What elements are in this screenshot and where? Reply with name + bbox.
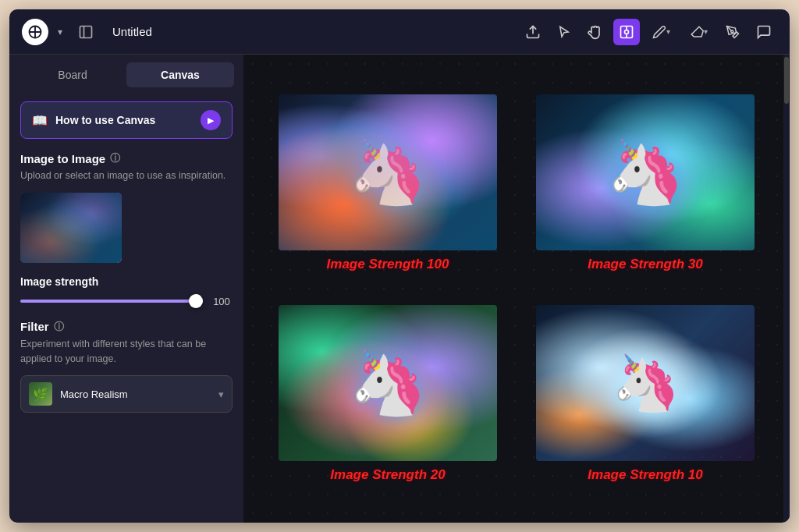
slider-row: 100 bbox=[20, 296, 233, 307]
toolbar: ▾ ▾ bbox=[520, 19, 777, 45]
filter-thumbnail: 🌿 bbox=[29, 382, 52, 406]
image-to-image-section: Image to Image ⓘ Upload or select an ima… bbox=[9, 151, 243, 275]
export-button[interactable] bbox=[520, 19, 546, 45]
canvas-image-100[interactable]: 🦄 bbox=[279, 94, 497, 250]
panel-toggle[interactable] bbox=[75, 21, 97, 43]
canvas-cell-30: 🦄 Image Strength 30 bbox=[517, 78, 774, 289]
filter-title: Filter ⓘ bbox=[20, 320, 233, 334]
app-window: ▾ Untitled bbox=[9, 9, 790, 523]
canvas-image-20[interactable]: 🦄 bbox=[279, 305, 497, 461]
play-button[interactable]: ▶ bbox=[201, 110, 221, 130]
svg-point-10 bbox=[731, 30, 733, 32]
image-strength-label: Image strength bbox=[20, 275, 233, 288]
canvas-area[interactable]: 🦄 Image Strength 100 🦄 Image Strength 30… bbox=[243, 55, 790, 523]
select-button[interactable] bbox=[551, 19, 577, 45]
app-logo[interactable] bbox=[22, 19, 48, 45]
pen-button[interactable] bbox=[719, 19, 746, 45]
tab-board[interactable]: Board bbox=[19, 62, 126, 87]
scrollbar-thumb[interactable] bbox=[784, 57, 789, 104]
canvas-image-10[interactable]: 🦄 bbox=[536, 305, 755, 461]
filter-section: Filter ⓘ Experiment with different style… bbox=[9, 320, 243, 426]
image-thumbnail[interactable]: 🦄 bbox=[20, 193, 122, 263]
filter-current-value: Macro Realism bbox=[60, 388, 211, 400]
label-strength-20: Image Strength 20 bbox=[330, 467, 445, 483]
slider-value-display: 100 bbox=[211, 296, 233, 307]
unicorn-10-overlay: 🦄 bbox=[536, 305, 755, 461]
canvas-button[interactable] bbox=[613, 19, 640, 45]
topbar: ▾ Untitled bbox=[9, 9, 790, 55]
pencil-button[interactable]: ▾ bbox=[645, 19, 677, 45]
svg-point-7 bbox=[625, 30, 629, 34]
main-area: Board Canvas 📖 How to use Canvas ▶ Image… bbox=[9, 55, 790, 523]
how-to-use-canvas-button[interactable]: 📖 How to use Canvas ▶ bbox=[20, 101, 233, 139]
comment-button[interactable] bbox=[751, 19, 777, 45]
eraser-button[interactable]: ▾ bbox=[682, 19, 715, 45]
image-to-image-title: Image to Image ⓘ bbox=[20, 151, 233, 165]
help-label: How to use Canvas bbox=[55, 114, 193, 126]
canvas-scrollbar[interactable] bbox=[783, 55, 790, 523]
label-strength-10: Image Strength 10 bbox=[588, 467, 702, 483]
canvas-grid: 🦄 Image Strength 100 🦄 Image Strength 30… bbox=[243, 55, 790, 523]
filter-info-icon[interactable]: ⓘ bbox=[54, 320, 64, 334]
hand-button[interactable] bbox=[582, 19, 609, 45]
canvas-cell-20: 🦄 Image Strength 20 bbox=[259, 289, 517, 499]
image-strength-section: Image strength 100 bbox=[9, 275, 243, 320]
unicorn-100-overlay: 🦄 bbox=[279, 94, 497, 250]
unicorn-20-overlay: 🦄 bbox=[279, 305, 497, 461]
sidebar: Board Canvas 📖 How to use Canvas ▶ Image… bbox=[9, 55, 243, 523]
label-strength-30: Image Strength 30 bbox=[588, 257, 702, 272]
logo-chevron[interactable]: ▾ bbox=[58, 27, 62, 37]
canvas-cell-10: 🦄 Image Strength 10 bbox=[517, 289, 774, 499]
unicorn-30-overlay: 🦄 bbox=[536, 94, 755, 250]
filter-dropdown[interactable]: 🌿 Macro Realism ▾ bbox=[20, 375, 233, 413]
canvas-image-30[interactable]: 🦄 bbox=[536, 94, 755, 250]
image-to-image-desc: Upload or select an image to use as insp… bbox=[20, 168, 233, 183]
book-icon: 📖 bbox=[32, 113, 48, 128]
document-title: Untitled bbox=[112, 25, 152, 38]
filter-chevron-icon: ▾ bbox=[218, 388, 224, 400]
info-icon[interactable]: ⓘ bbox=[110, 151, 120, 165]
label-strength-100: Image Strength 100 bbox=[327, 257, 449, 272]
tab-row: Board Canvas bbox=[9, 55, 243, 95]
image-strength-slider[interactable] bbox=[20, 300, 203, 303]
filter-desc: Experiment with different styles that ca… bbox=[20, 337, 233, 367]
tab-canvas[interactable]: Canvas bbox=[126, 62, 234, 87]
svg-rect-3 bbox=[80, 26, 92, 37]
canvas-cell-100: 🦄 Image Strength 100 bbox=[259, 78, 517, 289]
